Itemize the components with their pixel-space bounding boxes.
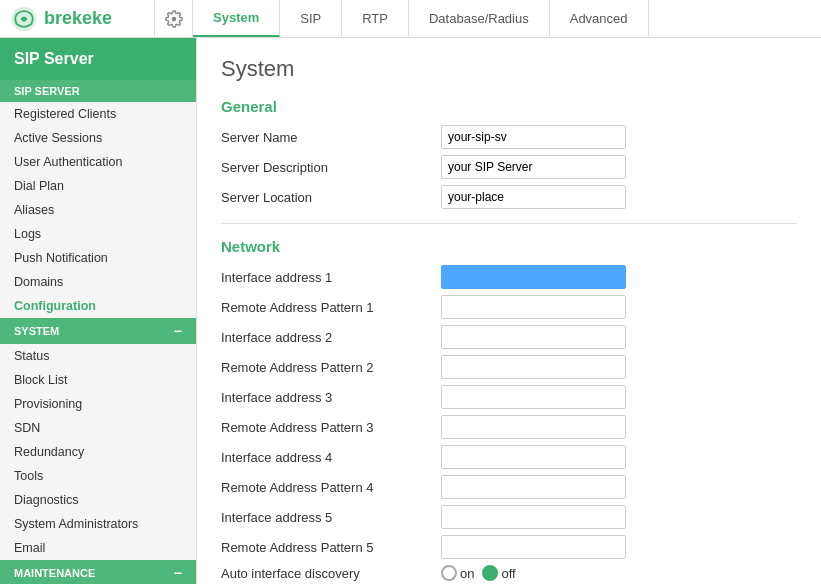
tab-system[interactable]: System — [193, 0, 280, 37]
sidebar: SIP Server SIP SERVER Registered Clients… — [0, 38, 197, 584]
radio-off-button[interactable] — [482, 565, 498, 581]
sidebar-item-status[interactable]: Status — [0, 344, 196, 368]
radio-on-button[interactable] — [441, 565, 457, 581]
main-tabs: System SIP RTP Database/Radius Advanced — [193, 0, 649, 37]
remote-address-pattern-3-input[interactable] — [441, 415, 626, 439]
interface-address-1-label: Interface address 1 — [221, 270, 441, 285]
server-location-row: Server Location — [221, 185, 797, 209]
tab-rtp[interactable]: RTP — [342, 0, 409, 37]
interface-address-3-label: Interface address 3 — [221, 390, 441, 405]
server-location-label: Server Location — [221, 190, 441, 205]
sidebar-item-tools[interactable]: Tools — [0, 464, 196, 488]
interface-address-2-label: Interface address 2 — [221, 330, 441, 345]
server-description-label: Server Description — [221, 160, 441, 175]
remote-address-pattern-4-row: Remote Address Pattern 4 — [221, 475, 797, 499]
sidebar-item-provisioning[interactable]: Provisioning — [0, 392, 196, 416]
logo-area: brekeke — [0, 0, 155, 37]
remote-address-pattern-4-input[interactable] — [441, 475, 626, 499]
radio-off-label[interactable]: off — [482, 565, 515, 581]
sidebar-item-domains[interactable]: Domains — [0, 270, 196, 294]
interface-address-1-input[interactable] — [441, 265, 626, 289]
tab-database-radius[interactable]: Database/Radius — [409, 0, 550, 37]
interface-address-2-input[interactable] — [441, 325, 626, 349]
tab-advanced[interactable]: Advanced — [550, 0, 649, 37]
remote-address-pattern-1-row: Remote Address Pattern 1 — [221, 295, 797, 319]
remote-address-pattern-3-row: Remote Address Pattern 3 — [221, 415, 797, 439]
radio-on-label[interactable]: on — [441, 565, 474, 581]
auto-interface-discovery-radio-group: on off — [441, 565, 516, 581]
sidebar-item-logs[interactable]: Logs — [0, 222, 196, 246]
top-nav: brekeke System SIP RTP Database/Radius A… — [0, 0, 821, 38]
remote-address-pattern-2-label: Remote Address Pattern 2 — [221, 360, 441, 375]
network-section-heading: Network — [221, 238, 797, 255]
sidebar-item-diagnostics[interactable]: Diagnostics — [0, 488, 196, 512]
tab-sip[interactable]: SIP — [280, 0, 342, 37]
interface-address-4-row: Interface address 4 — [221, 445, 797, 469]
remote-address-pattern-2-row: Remote Address Pattern 2 — [221, 355, 797, 379]
auto-interface-discovery-row: Auto interface discovery on off — [221, 565, 797, 581]
sidebar-item-registered-clients[interactable]: Registered Clients — [0, 102, 196, 126]
sidebar-item-dial-plan[interactable]: Dial Plan — [0, 174, 196, 198]
server-name-label: Server Name — [221, 130, 441, 145]
interface-address-5-label: Interface address 5 — [221, 510, 441, 525]
main-layout: SIP Server SIP SERVER Registered Clients… — [0, 38, 821, 584]
general-network-divider — [221, 223, 797, 224]
sidebar-item-push-notification[interactable]: Push Notification — [0, 246, 196, 270]
gear-icon — [165, 10, 183, 28]
sidebar-item-user-authentication[interactable]: User Authentication — [0, 150, 196, 174]
interface-address-4-label: Interface address 4 — [221, 450, 441, 465]
interface-address-2-row: Interface address 2 — [221, 325, 797, 349]
server-name-input[interactable] — [441, 125, 626, 149]
interface-address-3-input[interactable] — [441, 385, 626, 409]
server-name-row: Server Name — [221, 125, 797, 149]
logo-text: brekeke — [44, 8, 112, 29]
server-description-row: Server Description — [221, 155, 797, 179]
server-description-input[interactable] — [441, 155, 626, 179]
remote-address-pattern-4-label: Remote Address Pattern 4 — [221, 480, 441, 495]
sidebar-item-redundancy[interactable]: Redundancy — [0, 440, 196, 464]
sidebar-item-system-administrators[interactable]: System Administrators — [0, 512, 196, 536]
page-title: System — [221, 56, 797, 82]
content-area: System General Server Name Server Descri… — [197, 38, 821, 584]
sidebar-section-sip-server: SIP SERVER — [0, 80, 196, 102]
remote-address-pattern-2-input[interactable] — [441, 355, 626, 379]
sidebar-item-active-sessions[interactable]: Active Sessions — [0, 126, 196, 150]
interface-address-5-input[interactable] — [441, 505, 626, 529]
server-location-input[interactable] — [441, 185, 626, 209]
maintenance-collapse-icon[interactable]: − — [174, 565, 182, 581]
remote-address-pattern-3-label: Remote Address Pattern 3 — [221, 420, 441, 435]
interface-address-1-row: Interface address 1 — [221, 265, 797, 289]
sidebar-item-aliases[interactable]: Aliases — [0, 198, 196, 222]
sidebar-item-email[interactable]: Email — [0, 536, 196, 560]
remote-address-pattern-1-label: Remote Address Pattern 1 — [221, 300, 441, 315]
remote-address-pattern-5-label: Remote Address Pattern 5 — [221, 540, 441, 555]
sidebar-item-block-list[interactable]: Block List — [0, 368, 196, 392]
remote-address-pattern-5-row: Remote Address Pattern 5 — [221, 535, 797, 559]
sidebar-section-maintenance: MAINTENANCE − — [0, 560, 196, 584]
sidebar-header: SIP Server — [0, 38, 196, 80]
system-collapse-icon[interactable]: − — [174, 323, 182, 339]
sidebar-item-sdn[interactable]: SDN — [0, 416, 196, 440]
auto-interface-discovery-label: Auto interface discovery — [221, 566, 441, 581]
sidebar-section-system: SYSTEM − — [0, 318, 196, 344]
settings-button[interactable] — [155, 0, 193, 37]
interface-address-3-row: Interface address 3 — [221, 385, 797, 409]
interface-address-5-row: Interface address 5 — [221, 505, 797, 529]
interface-address-4-input[interactable] — [441, 445, 626, 469]
sidebar-item-configuration[interactable]: Configuration — [0, 294, 196, 318]
remote-address-pattern-5-input[interactable] — [441, 535, 626, 559]
remote-address-pattern-1-input[interactable] — [441, 295, 626, 319]
general-section-heading: General — [221, 98, 797, 115]
brekeke-logo-icon — [10, 5, 38, 33]
